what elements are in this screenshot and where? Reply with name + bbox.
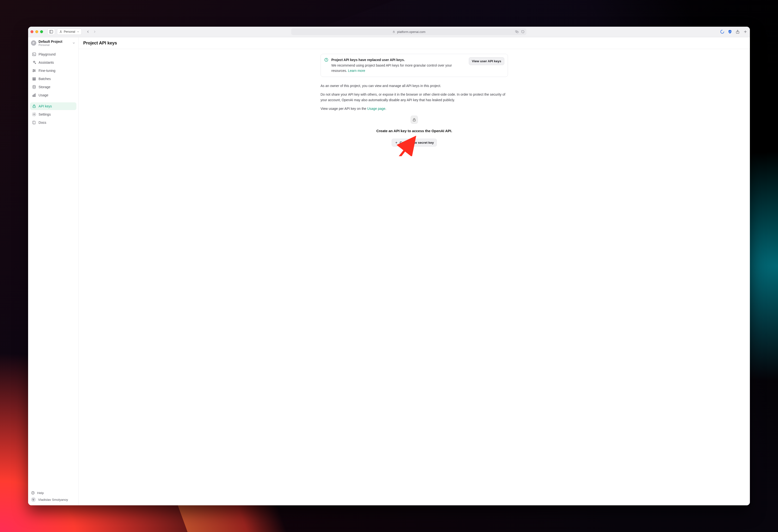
project-switcher[interactable]: P Default Project Personal (28, 37, 78, 49)
svg-rect-23 (35, 94, 35, 97)
safari-window: Personal platform.openai.com (28, 27, 750, 506)
barchart-icon (32, 93, 36, 97)
sidebar-nav: PlaygroundAssistantsFine-tuningBatchesSt… (28, 49, 78, 128)
svg-rect-19 (33, 80, 35, 80)
window-controls (30, 30, 43, 33)
browser-toolbar: Personal platform.openai.com (28, 27, 750, 37)
sidebar-item-batches[interactable]: Batches (30, 75, 76, 83)
profile-switcher[interactable]: Personal (57, 28, 82, 35)
help-icon (31, 491, 35, 495)
info-callout: Project API keys have replaced user API … (320, 54, 508, 77)
callout-body: We recommend using project based API key… (331, 63, 466, 74)
sidebar-item-label: Playground (39, 52, 56, 56)
svg-rect-17 (33, 78, 35, 78)
share-icon[interactable] (735, 29, 740, 34)
callout-title: Project API keys have replaced user API … (331, 57, 466, 63)
loading-spinner-icon[interactable] (720, 29, 724, 34)
chevron-down-icon (77, 30, 80, 33)
svg-rect-21 (33, 95, 33, 97)
address-actions (515, 30, 525, 33)
translate-icon[interactable] (515, 30, 519, 33)
terminal-icon (32, 52, 36, 57)
user-name: Vladislav Smolyanoy (38, 498, 68, 502)
create-secret-key-label: Create new secret key (400, 141, 434, 144)
sidebar-item-label: Batches (39, 77, 51, 81)
sidebar-footer: Help V Vladislav Smolyanoy (28, 489, 78, 505)
chevron-right-icon (93, 30, 97, 33)
back-button[interactable] (85, 29, 91, 34)
sidebar-toggle-button[interactable] (47, 28, 55, 35)
extension-shield-icon[interactable] (728, 29, 732, 34)
learn-more-link[interactable]: Learn more (348, 69, 365, 73)
lock-icon (392, 30, 395, 33)
svg-point-15 (34, 70, 35, 71)
window-zoom-button[interactable] (40, 30, 43, 33)
help-link[interactable]: Help (31, 491, 75, 495)
svg-point-20 (33, 85, 35, 86)
window-minimize-button[interactable] (35, 30, 38, 33)
lock-icon (32, 104, 36, 108)
database-icon (32, 85, 36, 89)
sidebar-item-settings[interactable]: Settings (30, 110, 76, 118)
help-label: Help (37, 491, 44, 495)
window-close-button[interactable] (30, 30, 33, 33)
svg-rect-0 (50, 30, 53, 33)
create-secret-key-button[interactable]: Create new secret key (392, 139, 437, 147)
usage-page-link[interactable]: Usage page (367, 107, 385, 110)
person-icon (59, 30, 63, 33)
nav-arrows (85, 29, 97, 34)
sidebar-item-label: Usage (39, 93, 48, 97)
user-avatar: V (31, 497, 36, 502)
svg-point-30 (326, 59, 326, 59)
sidebar-item-label: Storage (39, 85, 51, 89)
svg-rect-24 (33, 106, 35, 108)
new-tab-icon[interactable] (743, 29, 748, 34)
sidebar-item-storage[interactable]: Storage (30, 83, 76, 91)
reload-icon[interactable] (521, 30, 525, 33)
page-body: P Default Project Personal PlaygroundAss… (28, 37, 750, 506)
svg-point-14 (33, 69, 34, 70)
page-title: Project API keys (79, 37, 750, 49)
profile-label: Personal (64, 30, 75, 33)
sliders-icon (32, 69, 36, 73)
empty-state: Create an API key to access the OpenAI A… (320, 116, 508, 147)
description-paragraph-2: Do not share your API key with others, o… (320, 92, 508, 102)
sidebar-item-apikeys[interactable]: API keys (30, 102, 76, 110)
description-paragraph-3: View usage per API key on the Usage page… (320, 106, 508, 111)
sidebar-item-label: Fine-tuning (39, 69, 56, 73)
book-icon (32, 121, 36, 125)
info-icon (324, 58, 328, 62)
chevron-left-icon (86, 30, 90, 33)
project-name: Default Project (39, 40, 70, 44)
svg-point-25 (33, 114, 34, 115)
sidebar-item-docs[interactable]: Docs (30, 119, 76, 127)
svg-point-2 (60, 31, 61, 32)
svg-rect-18 (33, 79, 35, 79)
toolbar-right (720, 29, 748, 34)
sidebar-item-playground[interactable]: Playground (30, 51, 76, 58)
empty-state-icon-tile (411, 116, 418, 124)
svg-rect-9 (32, 53, 36, 56)
sidebar: P Default Project Personal PlaygroundAss… (28, 37, 79, 506)
project-subtitle: Personal (39, 44, 70, 47)
lock-icon (412, 118, 416, 122)
sidebar-item-label: Settings (39, 112, 51, 116)
sidebar-item-assistants[interactable]: Assistants (30, 59, 76, 66)
plus-icon (395, 141, 398, 144)
address-bar[interactable]: platform.openai.com (291, 28, 527, 35)
chevron-down-icon (72, 41, 75, 45)
sidebar-item-finetuning[interactable]: Fine-tuning (30, 67, 76, 74)
stack-icon (32, 77, 36, 81)
sidebar-item-usage[interactable]: Usage (30, 91, 76, 99)
view-user-keys-button[interactable]: View user API keys (469, 57, 504, 65)
gear-icon (32, 112, 36, 117)
main-content: Project API keys Project API keys have r… (79, 37, 750, 506)
sidebar-item-label: API keys (39, 104, 52, 108)
forward-button[interactable] (92, 29, 97, 34)
project-avatar: P (31, 41, 36, 46)
svg-point-16 (33, 71, 33, 72)
sidebar-item-label: Docs (39, 121, 47, 125)
account-menu[interactable]: V Vladislav Smolyanoy (31, 497, 75, 502)
svg-rect-3 (393, 32, 395, 33)
svg-rect-31 (413, 120, 415, 121)
